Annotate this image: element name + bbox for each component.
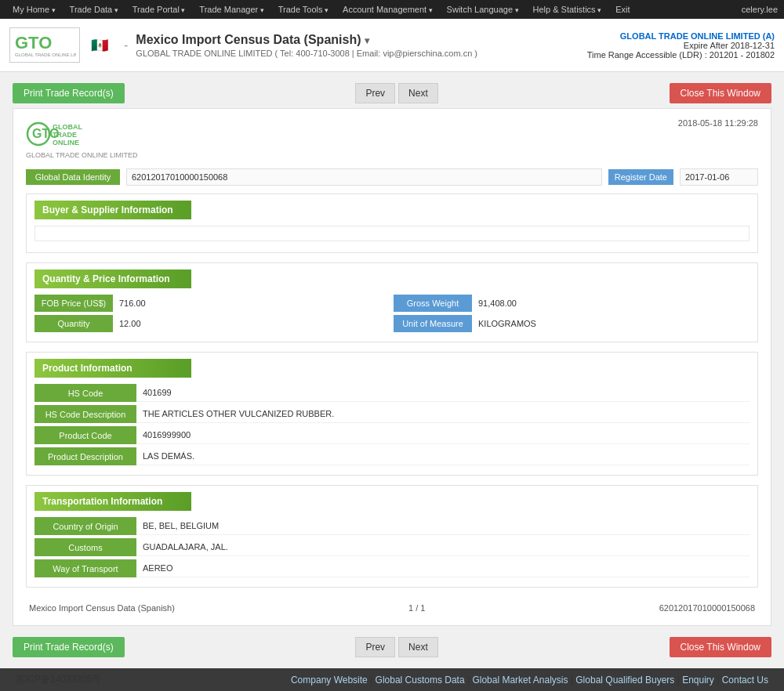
- global-data-identity-value: 62012017010000150068: [126, 168, 602, 186]
- footer-links-row: Company Website | Global Customs Data | …: [291, 675, 768, 686]
- product-code-row: Product Code 4016999900: [34, 426, 750, 444]
- unit-measure-value: KILOGRAMOS: [472, 315, 750, 332]
- nav-exit[interactable]: Exit: [609, 0, 636, 20]
- country-label: Country of Origin: [34, 517, 136, 535]
- hs-code-desc-value: THE ARTICLES OTHER VULCANIZED RUBBER.: [136, 405, 750, 423]
- icp-number: 苏ICP备14033305号: [16, 673, 101, 686]
- next-button-top[interactable]: Next: [398, 83, 438, 103]
- pagination-current: 1 / 1: [408, 603, 425, 613]
- footer-link-contact[interactable]: Contact Us: [722, 675, 768, 686]
- register-date-value: 2017-01-06: [680, 168, 758, 186]
- buyer-supplier-outer: Buyer & Supplier Information: [26, 194, 758, 253]
- country-flag: 🇲🇽: [88, 37, 111, 54]
- gross-weight-value: 91,408.00: [472, 295, 750, 312]
- nav-trade-data[interactable]: Trade Data: [64, 0, 125, 20]
- fob-price-field: FOB Price (US$) 716.00: [34, 295, 390, 312]
- logo-svg: GTO GLOBAL TRADE ONLINE LIMITED: [13, 31, 76, 59]
- footer-icp-row: 苏ICP备14033305号 Company Website | Global …: [0, 668, 784, 691]
- nav-my-home[interactable]: My Home: [6, 0, 62, 20]
- quantity-field: Quantity 12.00: [34, 315, 390, 332]
- unit-measure-label: Unit of Measure: [394, 315, 472, 332]
- card-logo-svg: GTO GLOBAL TRADE ONLINE: [26, 118, 120, 150]
- header-title-area: Mexico Import Census Data (Spanish) ▾ GL…: [132, 33, 586, 58]
- product-desc-value: LAS DEMÁS.: [136, 447, 750, 465]
- main-content: Print Trade Record(s) Prev Next Close Th…: [0, 72, 784, 668]
- pagination-id: 62012017010000150068: [659, 603, 755, 613]
- hs-code-desc-label: HS Code Description: [34, 405, 136, 423]
- register-date-label: Register Date: [608, 169, 673, 185]
- transportation-section: Transportation Information Country of Or…: [26, 485, 758, 588]
- print-button-top[interactable]: Print Trade Record(s): [13, 83, 125, 103]
- footer-link-company[interactable]: Company Website: [291, 675, 368, 686]
- top-button-bar: Print Trade Record(s) Prev Next Close Th…: [0, 78, 784, 108]
- fob-gross-row: FOB Price (US$) 716.00 Gross Weight 91,4…: [34, 295, 750, 312]
- fob-price-value: 716.00: [113, 295, 390, 312]
- product-code-value: 4016999900: [136, 426, 750, 444]
- fob-price-label: FOB Price (US$): [34, 295, 113, 312]
- way-transport-value: AEREO: [136, 559, 750, 577]
- time-range: Time Range Accessible (LDR) : 201201 - 2…: [587, 50, 775, 60]
- svg-text:GTO: GTO: [15, 33, 52, 52]
- title-arrow[interactable]: ▾: [365, 35, 369, 46]
- header-bar: GTO GLOBAL TRADE ONLINE LIMITED 🇲🇽 - Mex…: [0, 19, 784, 72]
- nav-trade-manager[interactable]: Trade Manager: [193, 0, 270, 20]
- close-button-top[interactable]: Close This Window: [670, 83, 771, 103]
- print-button-bottom[interactable]: Print Trade Record(s): [13, 637, 125, 657]
- hs-code-label: HS Code: [34, 384, 136, 402]
- prev-button-bottom[interactable]: Prev: [355, 637, 395, 657]
- record-card: GTO GLOBAL TRADE ONLINE GLOBAL TRADE ONL…: [13, 108, 771, 626]
- header-subtitle: GLOBAL TRADE ONLINE LIMITED ( Tel: 400-7…: [136, 49, 586, 58]
- customs-label: Customs: [34, 538, 136, 556]
- product-header: Product Information: [34, 359, 191, 378]
- close-button-bottom[interactable]: Close This Window: [670, 637, 771, 657]
- footer-link-buyers[interactable]: Global Qualified Buyers: [575, 675, 674, 686]
- company-name: GLOBAL TRADE ONLINE LIMITED (A): [587, 31, 775, 41]
- nav-buttons-bottom: Prev Next: [355, 637, 437, 657]
- gross-weight-field: Gross Weight 91,408.00: [394, 295, 750, 312]
- product-desc-label: Product Description: [34, 447, 136, 465]
- country-value: BE, BEL, BELGIUM: [136, 517, 750, 535]
- next-button-bottom[interactable]: Next: [398, 637, 438, 657]
- hs-code-desc-row: HS Code Description THE ARTICLES OTHER V…: [34, 405, 750, 423]
- svg-text:TRADE: TRADE: [53, 131, 77, 139]
- nav-account-management[interactable]: Account Management: [336, 0, 439, 20]
- card-header: GTO GLOBAL TRADE ONLINE GLOBAL TRADE ONL…: [26, 118, 758, 159]
- customs-value: GUADALAJARA, JAL.: [136, 538, 750, 556]
- top-nav: My Home Trade Data Trade Portal Trade Ma…: [0, 0, 784, 19]
- card-logo-text: GLOBAL TRADE ONLINE LIMITED: [26, 151, 138, 159]
- expire-date: Expire After 2018-12-31: [587, 41, 775, 50]
- nav-switch-language[interactable]: Switch Language: [441, 0, 525, 20]
- nav-menu: My Home Trade Data Trade Portal Trade Ma…: [6, 0, 636, 20]
- transportation-outer: Transportation Information Country of Or…: [26, 485, 758, 588]
- country-row: Country of Origin BE, BEL, BELGIUM: [34, 517, 750, 535]
- pagination-row: Mexico Import Census Data (Spanish) 1 / …: [26, 597, 758, 616]
- quantity-value: 12.00: [113, 315, 390, 332]
- nav-help-statistics[interactable]: Help & Statistics: [527, 0, 608, 20]
- quantity-price-header: Quantity & Price Information: [34, 270, 191, 288]
- record-date: 2018-05-18 11:29:28: [678, 118, 758, 128]
- footer-link-enquiry[interactable]: Enquiry: [682, 675, 714, 686]
- footer-link-market[interactable]: Global Market Analysis: [472, 675, 568, 686]
- global-data-identity-label: Global Data Identity: [26, 169, 120, 185]
- way-transport-label: Way of Transport: [34, 559, 136, 577]
- product-code-label: Product Code: [34, 426, 136, 444]
- nav-trade-portal[interactable]: Trade Portal: [126, 0, 192, 20]
- transportation-header: Transportation Information: [34, 492, 191, 511]
- customs-row: Customs GUADALAJARA, JAL.: [34, 538, 750, 556]
- nav-trade-tools[interactable]: Trade Tools: [272, 0, 335, 20]
- card-logo-area: GTO GLOBAL TRADE ONLINE GLOBAL TRADE ONL…: [26, 118, 138, 159]
- svg-text:ONLINE: ONLINE: [53, 139, 79, 147]
- footer-link-customs[interactable]: Global Customs Data: [376, 675, 465, 686]
- quantity-price-outer: Quantity & Price Information FOB Price (…: [26, 262, 758, 342]
- hs-code-row: HS Code 401699: [34, 384, 750, 402]
- pagination-source: Mexico Import Census Data (Spanish): [29, 603, 175, 613]
- unit-field: Unit of Measure KILOGRAMOS: [394, 315, 750, 332]
- prev-button-top[interactable]: Prev: [355, 83, 395, 103]
- way-transport-row: Way of Transport AEREO: [34, 559, 750, 577]
- bottom-button-bar: Print Trade Record(s) Prev Next Close Th…: [0, 632, 784, 662]
- company-logo: GTO GLOBAL TRADE ONLINE LIMITED: [9, 27, 80, 63]
- gross-weight-label: Gross Weight: [394, 295, 472, 312]
- product-outer: Product Information HS Code 401699 HS Co…: [26, 352, 758, 476]
- footer: 苏ICP备14033305号 Company Website | Global …: [0, 668, 784, 691]
- hs-code-value: 401699: [136, 384, 750, 402]
